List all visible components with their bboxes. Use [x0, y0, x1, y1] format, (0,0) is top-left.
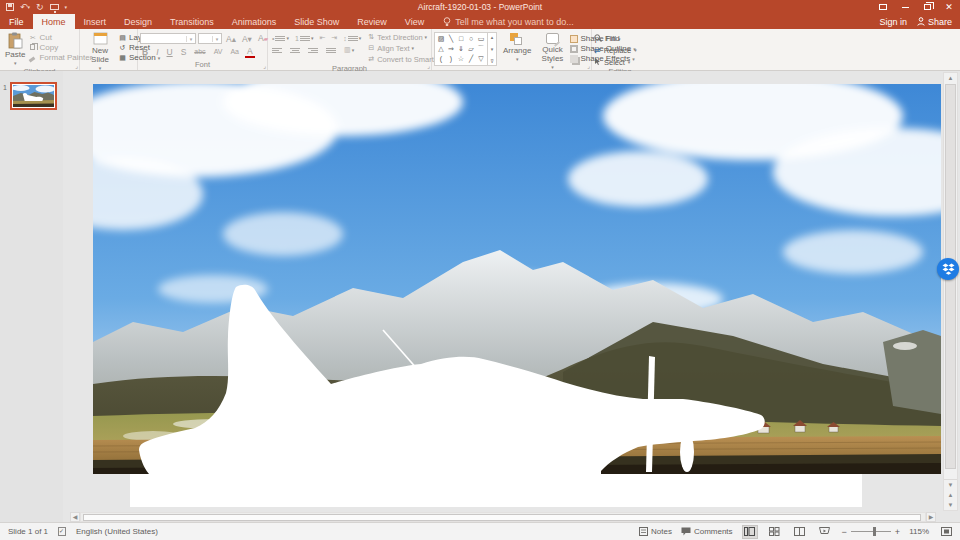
shape-icon[interactable]: ( — [436, 54, 446, 64]
columns-button[interactable]: ▥▾ — [342, 45, 356, 55]
font-group: ▾ ▾ A▴ A▾ A▰ B I U S abc AV Aa A Font — [138, 29, 268, 70]
scroll-right-icon[interactable]: ▶ — [926, 512, 936, 522]
zoom-level[interactable]: 115% — [909, 527, 929, 536]
scroll-left-icon[interactable]: ◀ — [70, 512, 80, 522]
zoom-out-icon[interactable]: − — [842, 527, 847, 537]
section-icon: ▦ — [118, 54, 127, 62]
scroll-up-icon[interactable]: ▲ — [944, 73, 957, 83]
shape-icon[interactable]: ╱ — [466, 54, 476, 64]
zoom-slider-thumb[interactable] — [873, 527, 876, 536]
next-slide-button[interactable]: ▼ — [944, 500, 957, 510]
slide-indicator: Slide 1 of 1 — [8, 527, 48, 536]
select-button[interactable]: Select▾ — [594, 57, 630, 67]
shape-icon[interactable]: △ — [436, 44, 446, 54]
shapes-gallery-scroll[interactable]: ▴▾⊽ — [488, 32, 497, 66]
italic-button[interactable]: I — [154, 46, 160, 58]
sign-in-link[interactable]: Sign in — [879, 17, 907, 27]
shape-icon[interactable]: ▨ — [436, 34, 446, 44]
line-spacing-button[interactable]: ↕▾ — [341, 34, 363, 43]
zoom-in-icon[interactable]: + — [895, 527, 900, 537]
reading-view-button[interactable] — [792, 525, 808, 539]
ribbon-tab[interactable]: Slide Show — [285, 14, 348, 29]
notes-button[interactable]: Notes — [639, 527, 672, 536]
justify-button[interactable] — [324, 47, 338, 54]
paragraph-dialog-launcher[interactable]: ⌟ — [427, 62, 430, 69]
ribbon-tab[interactable]: Home — [33, 14, 75, 29]
change-case-button[interactable]: Aa — [228, 46, 241, 58]
shape-icon[interactable]: ⇒ — [446, 44, 456, 54]
ribbon-tab[interactable]: File — [0, 14, 33, 29]
shapes-gallery[interactable]: ▨╲□○▭△⇒⇓▱⌒()☆╱▽ — [434, 32, 488, 66]
slide-white-area[interactable] — [130, 474, 862, 507]
shape-icon[interactable]: ⇓ — [456, 44, 466, 54]
horizontal-scroll-thumb[interactable] — [83, 514, 921, 521]
text-shadow-button[interactable]: S — [179, 46, 189, 58]
character-spacing-button[interactable]: AV — [212, 46, 225, 58]
spellcheck-icon[interactable] — [58, 527, 66, 536]
font-dialog-launcher[interactable]: ⌟ — [263, 62, 266, 69]
new-slide-button[interactable]: New Slide ▾ — [82, 31, 118, 72]
clipboard-dialog-launcher[interactable]: ⌟ — [75, 62, 78, 69]
decrease-indent-button[interactable]: ⇤ — [317, 33, 327, 43]
shape-icon[interactable]: ⌒ — [476, 44, 486, 54]
ribbon-tab[interactable]: View — [396, 14, 433, 29]
increase-indent-button[interactable]: ⇥ — [329, 33, 339, 43]
normal-view-button[interactable] — [742, 525, 758, 539]
quick-styles-button[interactable]: Quick Styles▾ — [537, 32, 567, 71]
strikethrough-button[interactable]: abc — [192, 46, 207, 58]
ribbon-tab[interactable]: Review — [348, 14, 396, 29]
reading-view-icon — [794, 527, 805, 536]
horizontal-scrollbar[interactable]: ◀ ▶ — [70, 512, 936, 522]
share-button[interactable]: Share — [917, 17, 952, 27]
shape-effects-icon — [570, 55, 578, 63]
align-left-button[interactable] — [270, 47, 284, 54]
shape-icon[interactable]: ▭ — [476, 34, 486, 44]
ribbon-tab[interactable]: Insert — [75, 14, 116, 29]
slide-thumbnail-image — [13, 85, 54, 107]
scroll-down-icon[interactable]: ▼ — [944, 480, 957, 490]
ribbon-tab[interactable]: Transitions — [161, 14, 223, 29]
arrange-button[interactable]: Arrange▾ — [500, 32, 534, 63]
underline-button[interactable]: U — [165, 46, 175, 58]
previous-slide-button[interactable]: ▲ — [944, 490, 957, 500]
ribbon-tab[interactable]: Animations — [223, 14, 286, 29]
shape-outline-icon — [570, 45, 578, 53]
slide-photo[interactable] — [93, 84, 941, 474]
bullets-button[interactable]: •▾ — [270, 34, 291, 43]
shrink-font-button[interactable]: A▾ — [240, 33, 254, 45]
window-title: Aircraft-1920-01-03 - PowerPoint — [0, 2, 960, 12]
clipboard-group: Paste ▾ ✂ Cut Copy Format Painter — [0, 29, 80, 70]
zoom-slider[interactable]: − + — [842, 527, 901, 537]
font-name-combo[interactable]: ▾ — [140, 33, 196, 44]
slide-sorter-view-button[interactable] — [767, 525, 783, 539]
ribbon-tab[interactable]: Design — [115, 14, 161, 29]
grow-font-button[interactable]: A▴ — [224, 33, 238, 45]
font-color-button[interactable]: A — [245, 47, 255, 58]
paste-button[interactable]: Paste ▾ — [2, 31, 28, 67]
numbering-button[interactable]: 1▾ — [293, 34, 315, 43]
shape-icon[interactable]: ▽ — [476, 54, 486, 64]
shape-icon[interactable]: ╲ — [446, 34, 456, 44]
drawing-dialog-launcher[interactable]: ⌟ — [587, 62, 590, 69]
align-center-button[interactable] — [288, 47, 302, 54]
tell-me-box[interactable]: Tell me what you want to do... — [433, 14, 574, 29]
comments-button[interactable]: Comments — [681, 527, 733, 536]
replace-button[interactable]: ⇄ Replace▾ — [594, 45, 637, 55]
font-size-combo[interactable]: ▾ — [198, 33, 222, 44]
slide-show-button[interactable] — [817, 525, 833, 539]
find-button[interactable]: Find — [594, 33, 620, 43]
shape-icon[interactable]: □ — [456, 34, 466, 44]
dropbox-badge[interactable] — [937, 258, 959, 280]
language-indicator[interactable]: English (United States) — [76, 527, 158, 536]
shape-icon[interactable]: ) — [446, 54, 456, 64]
fit-to-window-icon[interactable] — [938, 525, 954, 539]
shape-icon[interactable]: ○ — [466, 34, 476, 44]
shape-icon[interactable]: ▱ — [466, 44, 476, 54]
slide-thumbnail-panel: 1 — [0, 71, 63, 522]
bold-button[interactable]: B — [140, 46, 150, 58]
slide-thumbnail[interactable] — [10, 82, 57, 110]
shape-icon[interactable]: ☆ — [456, 54, 466, 64]
dropbox-icon — [942, 263, 955, 275]
vertical-scrollbar[interactable]: ▲ ▼ ▲ ▼ — [943, 72, 958, 511]
align-right-button[interactable] — [306, 47, 320, 54]
